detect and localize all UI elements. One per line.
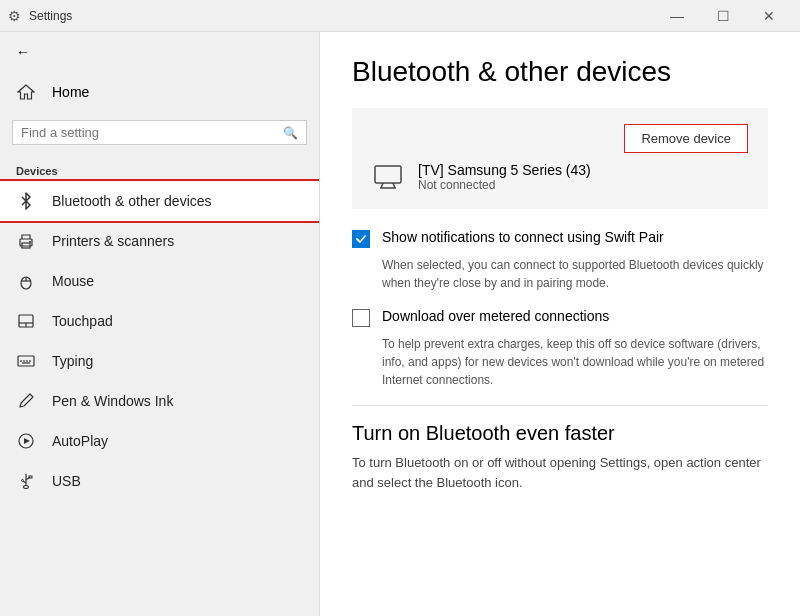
mouse-label: Mouse: [52, 273, 94, 289]
metered-connection-description: To help prevent extra charges, keep this…: [382, 335, 768, 389]
svg-rect-9: [18, 356, 34, 366]
pen-label: Pen & Windows Ink: [52, 393, 173, 409]
title-bar: ⚙ Settings — ☐ ✕: [0, 0, 800, 32]
device-details: [TV] Samsung 5 Series (43) Not connected: [418, 162, 591, 192]
title-bar-controls: — ☐ ✕: [654, 0, 792, 32]
device-name: [TV] Samsung 5 Series (43): [418, 162, 591, 178]
sidebar-item-autoplay[interactable]: AutoPlay: [0, 421, 319, 461]
metered-connection-section: Download over metered connections To hel…: [352, 308, 768, 389]
minimize-button[interactable]: —: [654, 0, 700, 32]
close-button[interactable]: ✕: [746, 0, 792, 32]
sidebar: ← Home 🔍 Devices Bluetooth & o: [0, 32, 320, 616]
touchpad-label: Touchpad: [52, 313, 113, 329]
device-card: Remove device [TV] Samsung 5 Series (43)…: [352, 108, 768, 209]
sidebar-item-mouse[interactable]: Mouse: [0, 261, 319, 301]
svg-point-22: [24, 486, 29, 489]
metered-connection-label: Download over metered connections: [382, 308, 609, 324]
sidebar-item-home[interactable]: Home: [0, 72, 319, 112]
autoplay-label: AutoPlay: [52, 433, 108, 449]
title-bar-title: Settings: [29, 9, 72, 23]
search-input[interactable]: [21, 125, 277, 140]
bluetooth-label: Bluetooth & other devices: [52, 193, 212, 209]
sidebar-item-typing[interactable]: Typing: [0, 341, 319, 381]
swift-pair-row: Show notifications to connect using Swif…: [352, 229, 768, 248]
faster-bluetooth-body: To turn Bluetooth on or off without open…: [352, 453, 768, 492]
device-info: [TV] Samsung 5 Series (43) Not connected: [372, 161, 748, 193]
metered-connection-row: Download over metered connections: [352, 308, 768, 327]
swift-pair-description: When selected, you can connect to suppor…: [382, 256, 768, 292]
devices-section-label: Devices: [0, 153, 319, 181]
back-button[interactable]: ←: [0, 32, 319, 72]
swift-pair-checkbox[interactable]: [352, 230, 370, 248]
sidebar-item-touchpad[interactable]: Touchpad: [0, 301, 319, 341]
maximize-button[interactable]: ☐: [700, 0, 746, 32]
settings-icon: ⚙: [8, 8, 21, 24]
usb-label: USB: [52, 473, 81, 489]
title-bar-left: ⚙ Settings: [8, 8, 72, 24]
home-icon: [16, 82, 36, 102]
typing-icon: [16, 351, 36, 371]
tv-icon: [372, 161, 404, 193]
usb-icon: [16, 471, 36, 491]
home-label: Home: [52, 84, 89, 100]
page-title: Bluetooth & other devices: [352, 56, 768, 88]
svg-rect-19: [29, 476, 32, 478]
swift-pair-section: Show notifications to connect using Swif…: [352, 229, 768, 292]
bluetooth-icon: [16, 191, 36, 211]
section-divider: [352, 405, 768, 406]
mouse-icon: [16, 271, 36, 291]
faster-bluetooth-heading: Turn on Bluetooth even faster: [352, 422, 768, 445]
typing-label: Typing: [52, 353, 93, 369]
sidebar-item-printers[interactable]: Printers & scanners: [0, 221, 319, 261]
pen-icon: [16, 391, 36, 411]
autoplay-icon: [16, 431, 36, 451]
svg-point-21: [22, 480, 24, 482]
svg-rect-23: [375, 166, 401, 183]
sidebar-item-usb[interactable]: USB: [0, 461, 319, 501]
device-status: Not connected: [418, 178, 591, 192]
swift-pair-label: Show notifications to connect using Swif…: [382, 229, 664, 245]
content-panel: Bluetooth & other devices Remove device …: [320, 32, 800, 616]
printer-icon: [16, 231, 36, 251]
back-arrow-icon: ←: [16, 44, 30, 60]
faster-bluetooth-section: Turn on Bluetooth even faster To turn Bl…: [352, 422, 768, 492]
sidebar-item-pen[interactable]: Pen & Windows Ink: [0, 381, 319, 421]
sidebar-search-box[interactable]: 🔍: [12, 120, 307, 145]
main-container: ← Home 🔍 Devices Bluetooth & o: [0, 32, 800, 616]
search-icon: 🔍: [283, 126, 298, 140]
svg-point-2: [29, 241, 31, 243]
metered-connection-checkbox[interactable]: [352, 309, 370, 327]
svg-marker-16: [24, 438, 30, 444]
printers-label: Printers & scanners: [52, 233, 174, 249]
touchpad-icon: [16, 311, 36, 331]
sidebar-item-bluetooth[interactable]: Bluetooth & other devices: [0, 181, 319, 221]
remove-device-button[interactable]: Remove device: [624, 124, 748, 153]
